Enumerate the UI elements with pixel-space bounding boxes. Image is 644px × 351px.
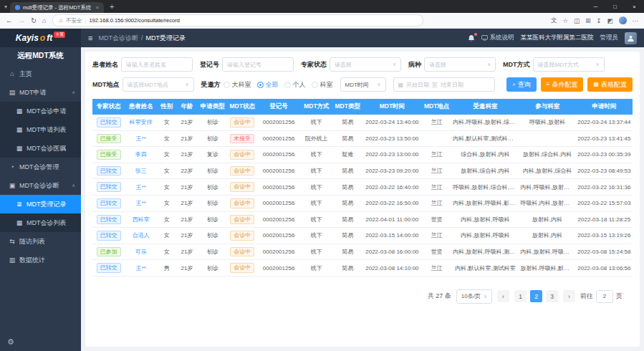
mdt-time-select[interactable]: MDT时间 ∨ (340, 77, 386, 92)
breadcrumb: MDT会诊诊断 / MDT受理记录 (98, 34, 186, 43)
mdt-place-cell: 兰江 (422, 147, 451, 163)
column-header[interactable]: 申请时间 (576, 99, 633, 115)
mdt-place-filter: MDT地点 请选择MDT地点 ∨ (92, 77, 194, 92)
split-screen-icon[interactable]: ◫ (574, 17, 580, 24)
column-header[interactable]: 登记号 (257, 99, 300, 115)
minimize-button[interactable]: ─ (586, 0, 605, 13)
back-icon[interactable]: ← (6, 17, 13, 24)
invitee-radio-personal[interactable]: 个人 (284, 80, 306, 90)
column-header[interactable]: MDT地点 (422, 99, 451, 115)
downloads-icon[interactable]: ↧ (596, 17, 601, 24)
patient-name-link[interactable]: 王** (136, 184, 146, 191)
browser-menu-icon[interactable]: ⋯ (633, 17, 639, 24)
sidebar-item-mdt-consult-apply[interactable]: ▦MDT会诊申请 (0, 102, 81, 120)
page-button-3[interactable]: 3 (546, 290, 558, 302)
browser-profile-avatar[interactable] (619, 16, 627, 24)
prev-page-button[interactable]: ‹ (497, 290, 509, 302)
collapse-menu-icon[interactable]: ≡ (88, 34, 92, 42)
mdt-mode-select[interactable]: 请选择MDT方式 ∨ (533, 57, 605, 72)
sidebar-item-home[interactable]: ⌂主页 (0, 64, 81, 83)
sidebar-item-data-stats[interactable]: ▥数据统计 (0, 251, 81, 269)
column-header[interactable]: 受邀科室 (451, 99, 519, 115)
favicon (15, 5, 20, 10)
date-range-picker[interactable]: ▦ 开始日期 至 结束日期 (393, 77, 495, 92)
settings-gear-icon[interactable]: ⚙ (7, 337, 14, 347)
column-header[interactable]: MDT时间 (362, 99, 422, 115)
column-header[interactable]: 患者姓名 (125, 99, 157, 115)
column-header[interactable]: 专家状态 (92, 99, 125, 115)
patient-name-link[interactable]: 西科室 (133, 216, 150, 223)
joined-depts-cell: 内科,呼吸科,放射科,综合科 (519, 179, 576, 196)
share-icon: ⇆ (9, 238, 16, 245)
sidebar-item-mdt-consult-diagnose[interactable]: ▣MDT会诊诊断∧ (0, 176, 81, 195)
joined-depts-cell: 呼吸科,放射科 (519, 115, 576, 130)
column-header[interactable]: 参与科室 (519, 99, 576, 115)
patient-name-link[interactable]: 科室安排 (130, 119, 153, 125)
refresh-icon[interactable]: ↻ (31, 17, 37, 24)
star-icon[interactable]: ☆ (563, 17, 569, 24)
patient-name-link[interactable]: 张三 (135, 168, 147, 174)
column-header[interactable]: MDT方式 (300, 99, 332, 115)
table-config-button[interactable]: ▦ 表格配置 (587, 77, 633, 92)
search-button[interactable]: ⌕ 查询 (506, 77, 536, 92)
goto-page-input[interactable] (596, 290, 613, 303)
column-header[interactable]: 年龄 (176, 99, 198, 115)
browser-tab[interactable]: mdt受理记录 - 远程MDT系统 × (10, 2, 104, 13)
sidebar-item-mdt-apply[interactable]: ▤MDT申请∧ (0, 83, 81, 102)
expert-status-select[interactable]: 请选择 ∨ (330, 57, 401, 72)
sidebar-item-mdt-accept-record[interactable]: ≣MDT受理记录 (0, 195, 81, 213)
patient-name-input[interactable] (121, 57, 193, 72)
sidebar-item-mdt-apply-list[interactable]: ▦MDT申请列表 (0, 120, 81, 139)
translate-icon[interactable]: 文 (551, 16, 557, 25)
joined-depts-cell (519, 130, 576, 147)
invitee-radio-all[interactable]: 全部 (257, 80, 279, 90)
close-button[interactable]: × (625, 0, 644, 13)
sidebar-item-mdt-consult-manage[interactable]: ◔MDT会诊管理 (0, 158, 81, 176)
sidebar-item-followup-list[interactable]: ⇆随访列表 (0, 232, 81, 251)
page-button-1[interactable]: 1 (514, 290, 527, 302)
new-tab-button[interactable]: + (110, 3, 114, 11)
tab-list-icon[interactable]: ▾ (4, 4, 7, 10)
patient-name-link[interactable]: 李四 (135, 151, 147, 158)
column-header[interactable]: MDT类型 (332, 99, 362, 115)
expert-status-cell: 已接受 (92, 147, 125, 163)
sidebar: Kayisoft 卡翼 远程MDT系统 ⌂主页▤MDT申请∧▦MDT会诊申请▦M… (0, 29, 81, 351)
apply-time-cell: 2022-03-23 00:35:39 (576, 147, 633, 163)
security-label[interactable]: 不安全 (66, 17, 82, 24)
column-header[interactable]: 性别 (157, 99, 176, 115)
user-avatar[interactable] (625, 32, 637, 44)
condition-config-button[interactable]: ≡ 条件配置 (541, 77, 584, 92)
reg-no-input[interactable] (222, 57, 294, 72)
mdt-status-cell: 会诊中 (227, 115, 256, 130)
invitee-radio-dept[interactable]: 科室 (312, 80, 333, 90)
column-header[interactable]: 申请类型 (198, 99, 227, 115)
page-size-select[interactable]: 10条/页 ∨ (456, 289, 492, 304)
diagnose-icon: ▣ (9, 182, 16, 189)
patient-name-link[interactable]: 王** (136, 135, 146, 142)
column-header[interactable]: MDT状态 (227, 99, 256, 115)
home-icon[interactable]: ⌂ (42, 17, 47, 24)
breadcrumb-section[interactable]: MDT会诊诊断 (98, 34, 138, 43)
patient-name-link[interactable]: 王** (136, 265, 146, 271)
url-field[interactable]: ⚠ 不安全 | 192.168.0.156:9002/consultate/re… (52, 14, 423, 27)
extensions-icon[interactable]: ◩ (607, 17, 612, 24)
collections-icon[interactable]: ⊞ (585, 17, 590, 24)
maximize-button[interactable]: □ (605, 0, 625, 13)
disease-select[interactable]: 请选择 ∨ (424, 57, 496, 72)
mdt-place-select[interactable]: 请选择MDT地点 ∨ (122, 77, 194, 92)
next-page-button[interactable]: › (563, 290, 575, 302)
sidebar-item-mdt-consult-list[interactable]: ▦MDT会诊列表 (0, 213, 81, 232)
system-help-button[interactable]: 系统说明 (481, 34, 514, 42)
forward-icon[interactable]: → (19, 17, 26, 24)
tab-close-icon[interactable]: × (95, 4, 99, 11)
patient-name-link[interactable]: 合港人 (133, 232, 150, 239)
invitee-radio-big-dept[interactable]: 大科室 (224, 80, 251, 90)
table-row: 已接受王**女21岁初诊未接受0002001256院外线上简易2022-03-2… (92, 130, 633, 147)
pagination: 共 27 条 10条/页 ∨ ‹ 123 › 前往 页 (92, 282, 633, 304)
invited-depts-cell: 内科,放射科,呼吸科 (451, 228, 519, 244)
patient-name-link[interactable]: 王** (136, 200, 146, 206)
page-button-2[interactable]: 2 (530, 290, 542, 302)
sidebar-item-mdt-consult-order[interactable]: ▦MDT会诊医嘱 (0, 139, 81, 158)
notification-bell-icon[interactable] (468, 34, 475, 42)
patient-name-link[interactable]: 可乐 (135, 249, 147, 255)
